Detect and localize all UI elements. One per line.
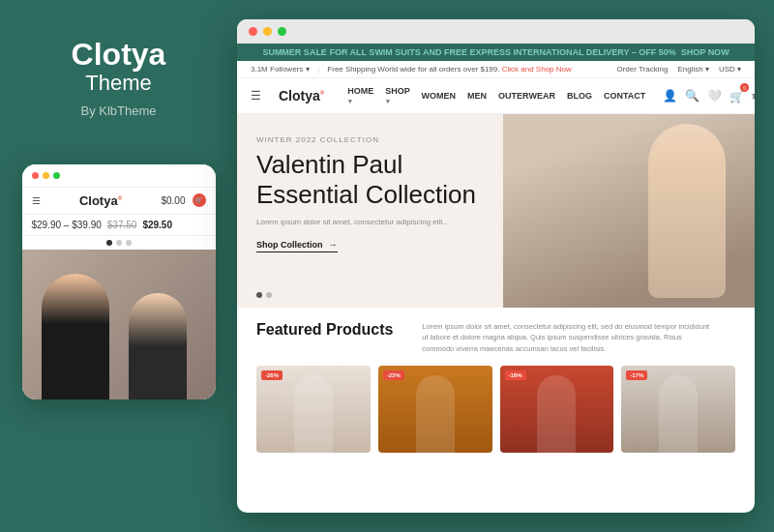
currency-selector[interactable]: USD ▾	[719, 65, 741, 74]
product-card-1[interactable]: -26%	[256, 366, 371, 453]
mobile-dot-yellow	[43, 172, 49, 179]
chrome-dot-red	[249, 27, 257, 36]
site-banner: SUMMER SALE FOR ALL SWIM SUITS AND FREE …	[237, 44, 755, 61]
mobile-dot-green	[53, 172, 60, 179]
mobile-top-bar	[22, 164, 216, 188]
mobile-cart-icon[interactable]: 🛒	[193, 193, 206, 207]
hero-section: WINTER 2022 COLLECTION Valentin Paul Ess…	[237, 114, 755, 308]
figure-left	[42, 274, 109, 399]
featured-desc: Lorem ipsum dolor sit amet, consectetur …	[422, 321, 712, 354]
product-card-4[interactable]: -17%	[621, 366, 735, 453]
nav-link-outerwear[interactable]: OUTERWEAR	[498, 91, 555, 101]
mobile-price-old: $37.50	[107, 220, 137, 230]
mobile-price-bar: $29.90 – $39.90 $37.50 $29.50	[22, 215, 216, 236]
chrome-dot-green	[278, 27, 286, 36]
mobile-mockup: ☰ Clotya® $0.00 🛒 $29.90 – $39.90 $37.50…	[22, 164, 216, 399]
nav-link-men[interactable]: MEN	[467, 91, 487, 101]
nav-link-blog[interactable]: BLOG	[567, 91, 592, 101]
site-topbar: 3.1M Followers ▾ | Free Shipping World w…	[237, 61, 755, 78]
mobile-window-dots	[32, 172, 60, 179]
browser-chrome	[237, 19, 755, 44]
mobile-cart-price: $0.00	[161, 195, 185, 206]
featured-title: Featured Products	[256, 321, 393, 354]
nav-link-women[interactable]: WOMEN	[422, 91, 457, 101]
hero-cta-button[interactable]: Shop Collection →	[256, 240, 338, 252]
mobile-logo: Clotya®	[79, 193, 122, 208]
mobile-price-range: $29.90 – $39.90	[32, 220, 102, 230]
mobile-pagination-dots	[22, 236, 216, 250]
hero-tag: WINTER 2022 COLLECTION	[256, 135, 735, 144]
brand-subtitle: Theme	[72, 70, 166, 98]
banner-cta[interactable]: SHOP NOW	[681, 47, 729, 57]
product-badge-2: -23%	[383, 370, 404, 380]
brand-by: By KlbTheme	[72, 103, 166, 118]
browser-mockup: SUMMER SALE FOR ALL SWIM SUITS AND FREE …	[237, 19, 755, 513]
mobile-nav-dot-1	[106, 240, 112, 246]
cart-count: 0	[740, 83, 749, 92]
order-tracking-link[interactable]: Order Tracking	[616, 65, 668, 74]
nav-hamburger-icon[interactable]: ☰	[251, 89, 261, 103]
wishlist-icon[interactable]: 🤍	[707, 89, 722, 103]
chrome-dot-yellow	[263, 27, 272, 36]
mobile-hamburger-icon[interactable]: ☰	[32, 195, 41, 206]
product-person-1	[294, 375, 333, 453]
nav-link-home[interactable]: HOME ▾	[347, 86, 373, 105]
nav-logo: Clotya®	[279, 88, 324, 103]
nav-link-shop[interactable]: SHOP ▾	[385, 86, 409, 105]
topbar-right: Order Tracking English ▾ USD ▾	[616, 65, 741, 74]
left-panel: Clotya Theme By KlbTheme ☰ Clotya® $0.00…	[0, 0, 237, 532]
nav-link-contact[interactable]: CONTACT	[604, 91, 645, 101]
mobile-nav-dot-2	[116, 240, 122, 246]
mobile-hero-image	[22, 250, 216, 399]
product-card-2[interactable]: -23%	[378, 366, 492, 453]
nav-links: HOME ▾ SHOP ▾ WOMEN MEN OUTERWEAR BLOG C…	[347, 86, 645, 105]
featured-top: Featured Products Lorem ipsum dolor sit …	[256, 321, 735, 354]
banner-text: SUMMER SALE FOR ALL SWIM SUITS AND FREE …	[262, 47, 675, 57]
brand-title: Clotya	[72, 39, 166, 70]
product-person-2	[416, 375, 455, 453]
product-badge-1: -26%	[261, 370, 283, 380]
search-icon[interactable]: 🔍	[685, 89, 700, 103]
topbar-divider: |	[317, 65, 319, 74]
language-selector[interactable]: English ▾	[677, 65, 708, 74]
product-person-3	[537, 375, 576, 453]
product-badge-4: -17%	[626, 370, 647, 380]
hero-content: WINTER 2022 COLLECTION Valentin Paul Ess…	[237, 114, 755, 308]
topbar-left: 3.1M Followers ▾ | Free Shipping World w…	[251, 65, 572, 74]
mobile-price-new: $29.50	[142, 220, 172, 230]
cart-icon: 🛒	[729, 90, 744, 103]
mobile-dot-red	[32, 172, 39, 179]
figure-right	[129, 293, 187, 399]
user-icon[interactable]: 👤	[663, 89, 677, 103]
product-badge-3: -18%	[505, 370, 526, 380]
featured-section: Featured Products Lorem ipsum dolor sit …	[237, 308, 755, 466]
followers-count: 3.1M Followers	[251, 65, 303, 74]
topbar-shipping: Free Shipping World wide for all orders …	[327, 65, 571, 74]
hero-desc: Lorem ipsum dolor sit amet, consectetur …	[256, 218, 450, 226]
hero-title: Valentin Paul Essential Collection	[256, 150, 735, 210]
nav-cart-price: $0.00	[752, 92, 755, 101]
mobile-nav: ☰ Clotya® $0.00 🛒	[22, 188, 216, 215]
mobile-nav-dot-3	[126, 240, 132, 246]
product-card-3[interactable]: -18%	[500, 366, 614, 453]
followers-widget[interactable]: 3.1M Followers ▾	[251, 65, 310, 74]
topbar-shipping-cta[interactable]: Click and Shop Now	[502, 65, 572, 74]
products-grid: -26% -23% -18% -17%	[256, 366, 735, 453]
cart-widget[interactable]: 🛒 0	[729, 87, 744, 104]
product-person-4	[659, 375, 698, 453]
site-nav: ☰ Clotya® HOME ▾ SHOP ▾ WOMEN MEN OUTERW…	[237, 78, 755, 114]
nav-icons: 👤 🔍 🤍 🛒 0 $0.00	[663, 87, 755, 104]
followers-arrow: ▾	[306, 65, 310, 74]
